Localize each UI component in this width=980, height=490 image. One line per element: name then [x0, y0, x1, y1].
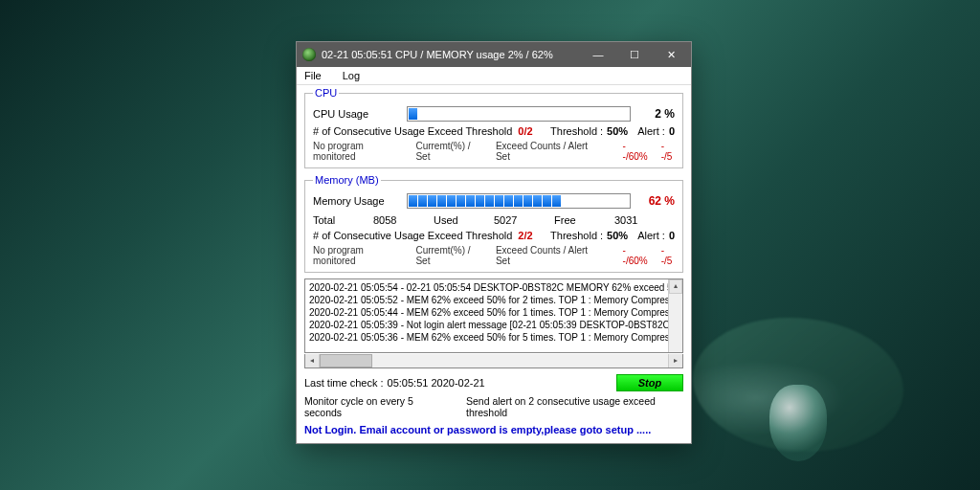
titlebar[interactable]: 02-21 05:05:51 CPU / MEMORY usage 2% / 6…: [297, 42, 691, 67]
mem-total-l: Total: [313, 214, 373, 226]
mem-total-v: 8058: [373, 214, 434, 226]
mem-threshold-label: Threshold :: [550, 230, 603, 241]
window-controls: — ☐ ✕: [580, 44, 689, 65]
hscroll-thumb[interactable]: [320, 354, 372, 368]
mem-thresh-label: # of Consecutive Usage Exceed Threshold: [313, 230, 512, 241]
cpu-sub-v2: --/5: [661, 141, 675, 162]
wallpaper-droplet: [769, 385, 827, 461]
cpu-panel: CPU CPU Usage 2 % # of Consecutive Usage…: [304, 87, 683, 168]
mem-usage-label: Memory Usage: [313, 195, 401, 207]
mem-legend: Memory (MB): [313, 174, 381, 186]
mem-usage-pct: 62 %: [636, 194, 675, 208]
mem-sub-v1: --/60%: [623, 245, 650, 266]
content-area: CPU CPU Usage 2 % # of Consecutive Usage…: [297, 85, 691, 443]
app-icon: [302, 48, 316, 61]
mem-alert-val: 0: [669, 230, 675, 241]
log-content: 2020-02-21 05:05:54 - 02-21 05:05:54 DES…: [305, 279, 682, 345]
mem-free-l: Free: [554, 214, 614, 226]
mem-thresh-val: 2/2: [518, 230, 532, 241]
maximize-button[interactable]: ☐: [616, 44, 653, 65]
scroll-up-icon[interactable]: ▴: [669, 279, 682, 294]
cpu-legend: CPU: [313, 87, 339, 99]
log-hscroll[interactable]: ◂ ▸: [304, 354, 683, 368]
menubar: File Log: [297, 67, 691, 85]
cpu-alert-val: 0: [669, 125, 675, 137]
log-line[interactable]: 2020-02-21 05:05:39 - Not login alert me…: [309, 319, 679, 331]
mem-sub-v2: --/5: [661, 245, 675, 266]
log-box[interactable]: 2020-02-21 05:05:54 - 02-21 05:05:54 DES…: [304, 278, 683, 353]
mem-free-v: 3031: [614, 214, 675, 226]
cpu-sub-current: Curremt(%) / Set: [415, 141, 484, 162]
hscroll-track[interactable]: [372, 354, 668, 368]
scroll-right-icon[interactable]: ▸: [668, 354, 682, 368]
cpu-sub-exceed: Exceed Counts / Alert Set: [496, 141, 600, 162]
last-check-val: 05:05:51 2020-02-21: [388, 377, 485, 389]
mem-used-v: 5027: [494, 214, 554, 226]
cpu-thresh-label: # of Consecutive Usage Exceed Threshold: [313, 125, 512, 137]
window-title: 02-21 05:05:51 CPU / MEMORY usage 2% / 6…: [322, 49, 580, 60]
mem-sub-noprog: No program monitored: [313, 245, 404, 266]
cpu-alert-label: Alert :: [637, 125, 665, 137]
mem-alert-label: Alert :: [637, 230, 665, 241]
cycle-info: Monitor cycle on every 5 seconds: [304, 395, 443, 418]
cpu-sub-v1: --/60%: [623, 141, 650, 162]
mem-sub-exceed: Exceed Counts / Alert Set: [496, 245, 600, 266]
mem-usage-bar: [407, 193, 631, 209]
log-line[interactable]: 2020-02-21 05:05:54 - 02-21 05:05:54 DES…: [309, 281, 679, 294]
mem-used-l: Used: [434, 214, 494, 226]
menu-file[interactable]: File: [301, 69, 325, 82]
cpu-sub-noprog: No program monitored: [313, 141, 404, 162]
log-line[interactable]: 2020-02-21 05:05:52 - MEM 62% exceed 50%…: [309, 294, 679, 306]
log-line[interactable]: 2020-02-21 05:05:44 - MEM 62% exceed 50%…: [309, 306, 679, 319]
log-vscroll[interactable]: ▴: [668, 279, 682, 352]
cpu-usage-label: CPU Usage: [313, 108, 401, 120]
cpu-thresh-val: 0/2: [518, 125, 532, 137]
log-line[interactable]: 2020-02-21 05:05:36 - MEM 62% exceed 50%…: [309, 331, 679, 344]
minimize-button[interactable]: —: [580, 44, 616, 65]
app-window: 02-21 05:05:51 CPU / MEMORY usage 2% / 6…: [296, 41, 692, 444]
cpu-usage-pct: 2 %: [636, 107, 675, 121]
login-warning: Not Login. Email account or password is …: [304, 424, 683, 435]
alert-info: Send alert on 2 consecutive usage exceed…: [466, 395, 683, 418]
last-check-label: Last time check :: [304, 377, 384, 389]
close-button[interactable]: ✕: [653, 44, 689, 65]
cpu-usage-bar: [407, 106, 631, 122]
memory-panel: Memory (MB) Memory Usage 62 % Total 8058…: [304, 174, 683, 273]
cpu-threshold-val: 50%: [607, 125, 628, 137]
mem-sub-current: Curremt(%) / Set: [415, 245, 484, 266]
cpu-threshold-label: Threshold :: [550, 125, 603, 137]
menu-log[interactable]: Log: [339, 69, 364, 82]
stop-button[interactable]: Stop: [616, 374, 683, 391]
mem-threshold-val: 50%: [607, 230, 628, 241]
scroll-left-icon[interactable]: ◂: [305, 354, 320, 368]
